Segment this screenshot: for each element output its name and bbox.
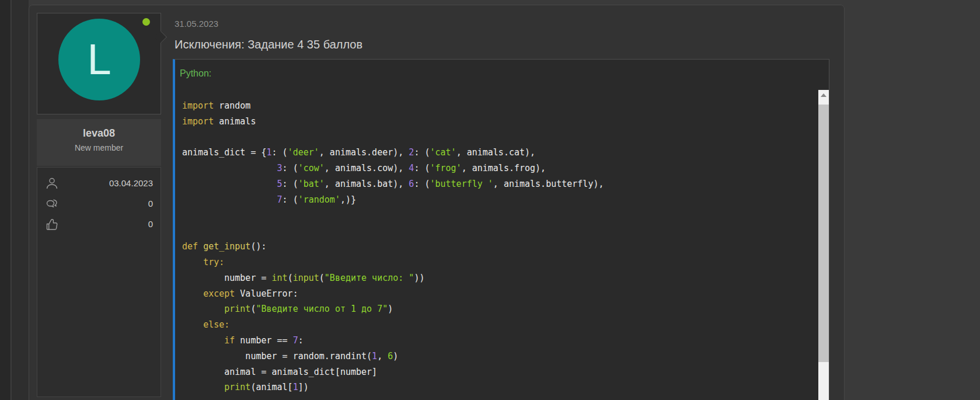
code-line: animals_dict = {1: ('deer', animals.deer… [182,145,812,161]
avatar-box: L [37,13,161,114]
page-left-strip [0,0,11,400]
user-info-column: L leva08 New member 03.04.2023 0 [37,13,161,397]
code-lines: import randomimport animalsanimals_dict … [177,85,818,400]
code-line: 5: ('bat', animals.bat), 6: ('butterfly … [182,176,812,192]
code-line [182,223,812,239]
stat-row-likes: 0 [45,214,153,234]
scrollbar-up-button[interactable] [818,90,829,100]
code-line [182,208,812,224]
code-line: import animals [182,114,812,130]
code-line [182,130,812,145]
likes-icon [45,217,59,231]
user-role-label: New member [37,140,161,152]
user-icon [45,176,59,190]
code-line: try: [182,255,812,270]
code-line: if number == 7: [182,333,812,349]
code-scrollbar-track[interactable] [818,90,829,400]
scroll-up-arrow-icon [821,93,826,97]
code-language-label: Python: [175,60,829,79]
likes-count-value: 0 [59,219,153,229]
code-line: number = int(input("Введите число: ")) [182,270,812,286]
code-line: except ValueError: [182,286,812,302]
post-date-link[interactable]: 31.05.2023 [175,19,218,29]
post-title: Исключения: Задание 4 35 баллов [175,38,362,51]
user-stats-cell: 03.04.2023 0 0 [37,167,161,397]
code-line: print("Введите число от 1 до 7") [182,301,812,317]
username-link[interactable]: leva08 [37,119,161,140]
code-line: def get_input(): [182,239,812,255]
code-line: import random [182,98,812,114]
code-line: number = random.randint(1, 6) [182,349,812,364]
stat-row-messages: 0 [45,193,153,214]
code-line: print(animal[1]) [182,380,812,395]
code-line: else: [182,317,812,333]
username-band: leva08 New member [37,119,161,166]
page-left-gutter [12,0,29,400]
joined-date-value: 03.04.2023 [59,178,153,188]
messages-icon [45,197,59,211]
code-scrollbar-thumb[interactable] [818,105,829,362]
avatar[interactable]: L [58,19,140,100]
stat-row-joined: 03.04.2023 [45,173,153,193]
code-block: Python: import randomimport animalsanima… [173,59,829,400]
post-container: L leva08 New member 03.04.2023 0 [29,5,845,400]
code-line: 7: ('random',)} [182,192,812,208]
messages-count-value: 0 [59,199,153,208]
avatar-arrow-icon [155,31,167,43]
code-line: 3: ('cow', animals.cow), 4: ('frog', ani… [182,161,812,176]
code-line: animal = animals_dict[number] [182,364,812,380]
online-indicator [142,18,150,26]
